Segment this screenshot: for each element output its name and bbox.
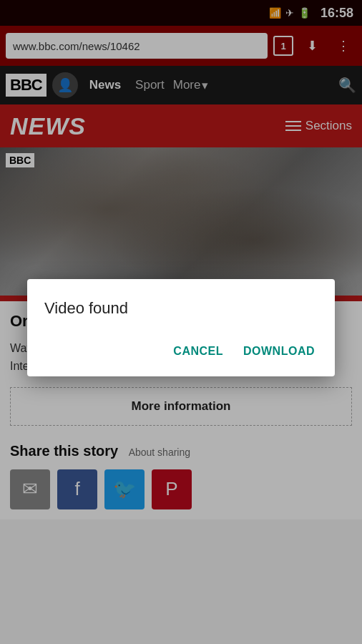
cancel-button[interactable]: CANCEL [170, 339, 226, 364]
dialog: Video found CANCEL DOWNLOAD [27, 279, 335, 376]
dialog-overlay: Video found CANCEL DOWNLOAD [0, 0, 362, 644]
dialog-title: Video found [44, 299, 318, 318]
dialog-buttons: CANCEL DOWNLOAD [44, 339, 318, 364]
download-button[interactable]: DOWNLOAD [240, 339, 318, 364]
